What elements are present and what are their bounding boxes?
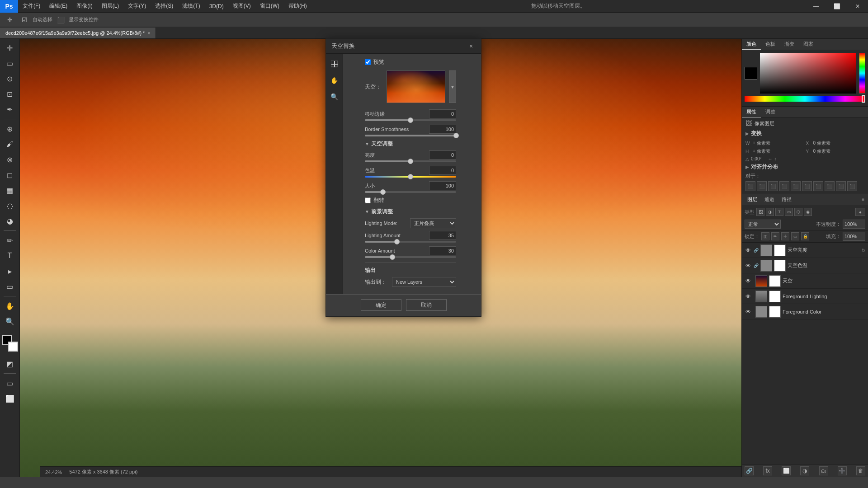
color-temp-track[interactable]: [365, 176, 456, 178]
layer-visibility-icon[interactable]: 👁: [745, 293, 752, 300]
menu-text[interactable]: 文字(Y): [123, 0, 151, 12]
color-amount-value[interactable]: [429, 246, 456, 255]
delete-layer-btn[interactable]: 🗑: [856, 466, 865, 475]
filter-adj-btn[interactable]: ◑: [766, 208, 774, 216]
layer-visibility-icon[interactable]: 👁: [745, 309, 752, 315]
color-amount-handle[interactable]: [390, 254, 395, 260]
flip-checkbox[interactable]: [365, 197, 371, 203]
lighting-amount-value[interactable]: [429, 231, 456, 240]
add-mask-btn[interactable]: ⬜: [782, 466, 791, 475]
color-gradient-box[interactable]: [760, 53, 856, 94]
hand-tool[interactable]: ✋: [2, 299, 18, 313]
align-center-v-btn[interactable]: ⬛: [791, 181, 801, 191]
sky-dropdown-button[interactable]: ▼: [449, 70, 456, 103]
brightness-handle[interactable]: [408, 159, 413, 164]
zoom-tool[interactable]: 🔍: [2, 314, 18, 328]
opacity-input[interactable]: [843, 220, 865, 229]
menu-file[interactable]: 文件(F): [18, 0, 45, 12]
distribute-top-btn[interactable]: ⬛: [847, 181, 857, 191]
align-center-h-btn[interactable]: ⬛: [757, 181, 767, 191]
filter-toggle-btn[interactable]: ●: [855, 208, 865, 216]
lock-all-btn[interactable]: 🔒: [801, 232, 809, 240]
flip-h-icon[interactable]: ↔: [768, 156, 772, 161]
dialog-close-button[interactable]: ×: [467, 42, 476, 51]
maximize-button[interactable]: ⬜: [826, 0, 847, 13]
hue-bar[interactable]: [859, 53, 865, 94]
border-smoothness-value[interactable]: [429, 125, 456, 134]
brightness-value[interactable]: [429, 150, 456, 160]
flip-v-icon[interactable]: ↕: [774, 156, 776, 161]
menu-layer[interactable]: 图层(L): [97, 0, 124, 12]
layers-panel-menu-icon[interactable]: ≡: [862, 197, 864, 202]
add-layer-btn[interactable]: ➕: [838, 466, 847, 475]
lock-transparent-btn[interactable]: ◫: [761, 232, 769, 240]
filter-pixel-btn[interactable]: 🖼: [756, 208, 764, 216]
size-track[interactable]: [365, 191, 456, 193]
quick-mask-tool[interactable]: ◩: [2, 357, 18, 371]
full-screen-btn[interactable]: ⬜: [2, 391, 18, 406]
saturation-bar[interactable]: [745, 96, 865, 102]
minimize-button[interactable]: —: [806, 0, 826, 13]
path-select-tool[interactable]: ▸: [2, 264, 18, 278]
dialog-zoom-tool[interactable]: 🔍: [328, 90, 341, 103]
color-amount-track[interactable]: [365, 256, 456, 258]
fg-swatch[interactable]: [745, 67, 757, 80]
menu-view[interactable]: 视图(V): [228, 0, 255, 12]
color-swatch[interactable]: [2, 335, 18, 352]
clone-tool[interactable]: ⊗: [2, 152, 18, 167]
dialog-hand-tool[interactable]: ✋: [328, 74, 341, 87]
move-tool[interactable]: ✛: [2, 41, 18, 55]
menu-help[interactable]: 帮助(H): [284, 0, 311, 12]
tab-color[interactable]: 颜色: [742, 39, 761, 50]
lock-position-btn[interactable]: ✛: [781, 232, 789, 240]
align-right-btn[interactable]: ⬛: [768, 181, 778, 191]
lock-artboard-btn[interactable]: ▭: [791, 232, 799, 240]
border-smoothness-handle[interactable]: [453, 133, 459, 138]
tab-gradient[interactable]: 渐变: [780, 39, 799, 50]
tab-adjustments[interactable]: 调整: [761, 107, 780, 117]
dodge-tool[interactable]: ◕: [2, 214, 18, 228]
eyedropper-tool[interactable]: ✒: [2, 102, 18, 117]
lock-pixels-btn[interactable]: ✏: [771, 232, 779, 240]
sky-preview-thumbnail[interactable]: [387, 70, 445, 103]
tab-close-button[interactable]: ×: [147, 31, 150, 36]
layer-item[interactable]: 👁 Foreground Lighting: [742, 289, 868, 304]
text-tool[interactable]: T: [2, 249, 18, 263]
lighting-amount-track[interactable]: [365, 241, 456, 243]
heal-tool[interactable]: ⊕: [2, 122, 18, 136]
tab-properties[interactable]: 属性: [742, 107, 761, 117]
dialog-add-tool[interactable]: [328, 57, 341, 71]
gradient-tool[interactable]: ▦: [2, 183, 18, 197]
lasso-tool[interactable]: ⊙: [2, 71, 18, 86]
distribute-left-btn[interactable]: ⬛: [813, 181, 823, 191]
fill-input[interactable]: [843, 232, 865, 241]
add-link-btn[interactable]: 🔗: [745, 466, 754, 475]
tab-layers[interactable]: 图层: [745, 195, 759, 204]
tab-pattern[interactable]: 图案: [799, 39, 818, 50]
filter-text-btn[interactable]: T: [775, 208, 783, 216]
tab-paths[interactable]: 路径: [780, 195, 793, 204]
border-smoothness-track[interactable]: [365, 135, 456, 136]
menu-image[interactable]: 图像(I): [72, 0, 97, 12]
color-temp-value[interactable]: [429, 166, 456, 175]
preview-label[interactable]: 预览: [373, 58, 384, 66]
auto-select-checkbox[interactable]: ☑: [18, 14, 31, 26]
layer-item[interactable]: 👁 Foreground Color: [742, 304, 868, 319]
menu-select[interactable]: 选择(S): [151, 0, 178, 12]
cancel-button[interactable]: 取消: [406, 299, 447, 311]
color-temp-handle[interactable]: [408, 174, 413, 179]
lighting-mode-select[interactable]: 正片叠底 正常 滤色: [410, 218, 456, 228]
menu-filter[interactable]: 滤镜(T): [178, 0, 204, 12]
eraser-tool[interactable]: ◻: [2, 168, 18, 182]
align-collapse-icon[interactable]: ▶: [745, 164, 749, 169]
shift-edge-track[interactable]: [365, 119, 456, 121]
move-tool-options[interactable]: ✛: [4, 14, 16, 26]
marquee-tool[interactable]: ▭: [2, 56, 18, 70]
filter-fill-btn[interactable]: ◉: [804, 208, 812, 216]
output-to-select[interactable]: New Layers Duplicate Layer New Document: [392, 277, 456, 287]
ok-button[interactable]: 确定: [361, 299, 401, 311]
layer-visibility-icon[interactable]: 👁: [745, 247, 752, 253]
layer-visibility-icon[interactable]: 👁: [745, 263, 752, 269]
distribute-center-h-btn[interactable]: ⬛: [825, 181, 835, 191]
add-adjustment-btn[interactable]: ◑: [800, 466, 809, 475]
